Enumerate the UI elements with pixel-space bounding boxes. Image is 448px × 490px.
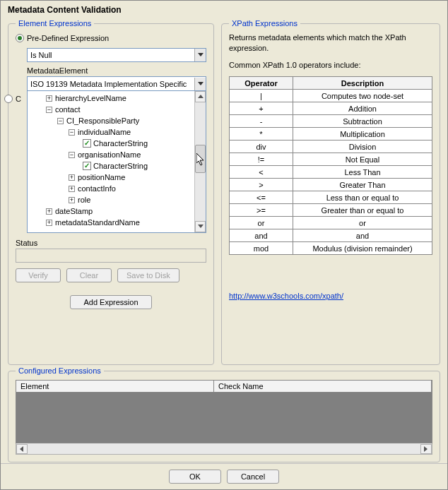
- xpath-desc-1: Returns metadata elements which match th…: [229, 32, 432, 54]
- element-expressions-panel: Element Expressions Pre-Defined Expressi…: [8, 23, 214, 365]
- tree-node-label: contact: [55, 104, 80, 115]
- dialog-buttons: OK Cancel: [1, 463, 447, 489]
- table-row: >=Greater than or equal to: [230, 204, 432, 217]
- operator-cell: or: [230, 217, 293, 229]
- operators-table: Operator Description |Computes two node-…: [229, 76, 432, 255]
- tree-node-label: positionName: [78, 172, 125, 183]
- metadata-element-combo-value: ISO 19139 Metadata Implementation Specif…: [28, 80, 194, 88]
- chevron-down-icon[interactable]: [194, 49, 206, 61]
- description-cell: Greater Than: [293, 179, 432, 191]
- tree-node[interactable]: −organisationName: [28, 149, 194, 160]
- scroll-left-icon[interactable]: [16, 444, 28, 454]
- table-row: modModulus (division remainder): [230, 242, 432, 255]
- tree-checkbox[interactable]: [83, 162, 91, 170]
- vertical-scrollbar[interactable]: [194, 91, 206, 232]
- tree-node[interactable]: +metadataStandardName: [28, 217, 194, 228]
- scrollbar-thumb[interactable]: [195, 145, 206, 173]
- top-row: Element Expressions Pre-Defined Expressi…: [8, 23, 440, 365]
- status-box: [16, 249, 206, 263]
- tree-node-label: organisationName: [78, 149, 141, 160]
- predefined-radio-row[interactable]: Pre-Defined Expression: [16, 34, 206, 42]
- description-cell: Division: [293, 141, 432, 153]
- clear-button[interactable]: Clear: [66, 268, 112, 282]
- xpath-expressions-panel: XPath Expressions Returns metadata eleme…: [221, 23, 440, 365]
- col-check-name[interactable]: Check Name: [214, 381, 432, 392]
- metadata-element-combo[interactable]: ISO 19139 Metadata Implementation Specif…: [27, 76, 206, 90]
- tree-node[interactable]: +dateStamp: [28, 205, 194, 217]
- chevron-down-icon[interactable]: [194, 78, 206, 90]
- collapse-icon[interactable]: −: [69, 152, 75, 158]
- configured-grid-body[interactable]: [16, 393, 432, 443]
- cancel-button[interactable]: Cancel: [227, 470, 279, 484]
- operator-cell: mod: [230, 242, 293, 255]
- custom-radio-label: C: [16, 95, 21, 103]
- xpath-desc-2: Common XPath 1.0 operators include:: [229, 60, 432, 71]
- tree-node-label: contactInfo: [78, 183, 116, 194]
- collapse-icon[interactable]: −: [57, 118, 64, 124]
- scrollbar-track[interactable]: [195, 102, 206, 221]
- expand-icon[interactable]: +: [69, 186, 75, 192]
- tree-checkbox[interactable]: [83, 139, 91, 148]
- table-row: <=Less than or equal to: [230, 191, 432, 204]
- save-to-disk-button[interactable]: Save to Disk: [117, 268, 179, 282]
- tree-node[interactable]: CharacterString: [28, 138, 194, 149]
- table-row: andand: [230, 229, 432, 242]
- description-cell: Addition: [293, 102, 432, 115]
- tree-node[interactable]: −contact: [28, 104, 194, 115]
- operator-cell: <=: [230, 191, 293, 204]
- horizontal-scrollbar[interactable]: [16, 443, 432, 455]
- operator-cell: |: [230, 90, 293, 102]
- tree-node[interactable]: −CI_ResponsibleParty: [28, 115, 194, 126]
- tree-node[interactable]: CharacterString: [28, 160, 194, 172]
- predefined-combo-value: Is Null: [28, 51, 194, 59]
- window-title: Metadata Content Validation: [1, 1, 447, 19]
- operator-cell: <: [230, 166, 293, 179]
- table-row: <Less Than: [230, 166, 432, 179]
- tree-node[interactable]: +hierarchyLevelName: [28, 92, 194, 104]
- col-operator: Operator: [230, 77, 293, 90]
- expand-icon[interactable]: +: [46, 220, 52, 226]
- description-cell: Less than or equal to: [293, 191, 432, 204]
- predefined-radio[interactable]: [16, 34, 24, 42]
- metadata-tree[interactable]: +hierarchyLevelName−contact−CI_Responsib…: [27, 90, 206, 233]
- tree-node-label: dateStamp: [55, 205, 93, 217]
- expand-icon[interactable]: +: [69, 197, 75, 203]
- add-expression-button[interactable]: Add Expression: [70, 295, 151, 309]
- expand-icon[interactable]: +: [46, 95, 52, 102]
- col-description: Description: [293, 77, 432, 90]
- predefined-combo[interactable]: Is Null: [27, 48, 206, 62]
- tree-node[interactable]: +role: [28, 194, 194, 205]
- verify-button[interactable]: Verify: [16, 268, 61, 282]
- xpath-expressions-title: XPath Expressions: [229, 19, 300, 28]
- tree-node[interactable]: +contactInfo: [28, 183, 194, 194]
- scroll-down-icon[interactable]: [195, 221, 206, 232]
- xpath-link[interactable]: http://www.w3schools.com/xpath/: [229, 292, 432, 300]
- tree-node[interactable]: +positionName: [28, 172, 194, 183]
- expand-icon[interactable]: +: [69, 174, 75, 181]
- collapse-icon[interactable]: −: [46, 107, 52, 113]
- custom-radio[interactable]: [4, 95, 13, 103]
- predefined-radio-label: Pre-Defined Expression: [27, 34, 109, 42]
- table-row: oror: [230, 217, 432, 229]
- configured-expressions-panel: Configured Expressions Element Check Nam…: [8, 371, 440, 462]
- table-row: divDivision: [230, 141, 432, 153]
- description-cell: Modulus (division remainder): [293, 242, 432, 255]
- expand-icon[interactable]: +: [46, 208, 52, 215]
- tree-node-label: CharacterString: [93, 160, 148, 172]
- description-cell: or: [293, 217, 432, 229]
- col-element[interactable]: Element: [16, 381, 214, 392]
- collapse-icon[interactable]: −: [69, 129, 75, 136]
- metadata-validation-window: Metadata Content Validation Element Expr…: [0, 0, 448, 490]
- description-cell: Subtraction: [293, 115, 432, 128]
- operator-cell: >=: [230, 204, 293, 217]
- operator-cell: -: [230, 115, 293, 128]
- ok-button[interactable]: OK: [169, 470, 221, 484]
- table-row: +Addition: [230, 102, 432, 115]
- scroll-up-icon[interactable]: [195, 91, 206, 102]
- scroll-right-icon[interactable]: [420, 444, 432, 454]
- tree-node-label: CI_ResponsibleParty: [66, 115, 139, 126]
- tree-node[interactable]: −individualName: [28, 126, 194, 138]
- metadata-element-label: MetadataElement: [27, 66, 206, 75]
- description-cell: Not Equal: [293, 153, 432, 166]
- description-cell: Greater than or equal to: [293, 204, 432, 217]
